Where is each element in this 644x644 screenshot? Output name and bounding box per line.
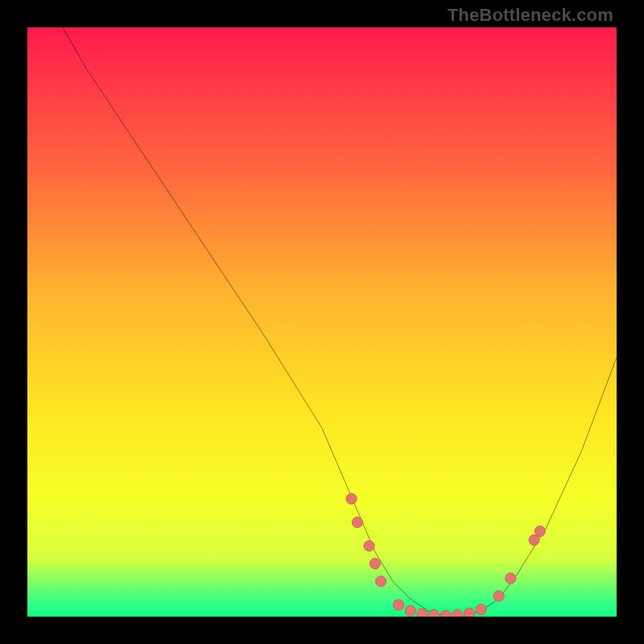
data-dot <box>369 559 380 569</box>
data-dot <box>346 493 357 504</box>
data-dots <box>346 493 545 617</box>
data-dot <box>405 605 415 616</box>
data-dot <box>352 517 362 527</box>
data-dot <box>394 600 404 610</box>
data-dot <box>493 591 504 601</box>
data-dot <box>440 610 451 617</box>
data-dot <box>376 576 386 586</box>
watermark-text: TheBottleneck.com <box>448 5 613 26</box>
data-dot <box>428 609 439 617</box>
chart-frame <box>27 27 617 617</box>
data-dot <box>476 605 486 615</box>
data-dot <box>417 609 427 617</box>
chart-svg <box>27 27 617 617</box>
data-dot <box>506 573 516 584</box>
bottleneck-curve <box>63 27 617 617</box>
data-dot <box>452 609 463 617</box>
data-dot <box>535 526 545 536</box>
data-dot <box>364 541 374 551</box>
data-dot <box>464 608 474 617</box>
